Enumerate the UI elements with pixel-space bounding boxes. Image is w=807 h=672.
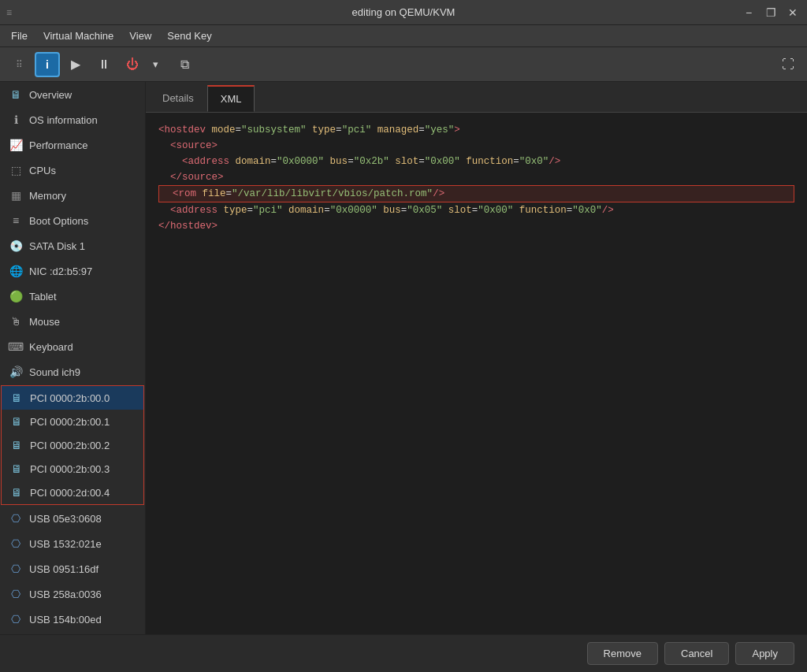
apply-button[interactable]: Apply bbox=[735, 642, 794, 665]
nic-icon: 🌐 bbox=[9, 264, 23, 278]
menu-view[interactable]: View bbox=[121, 27, 159, 45]
sidebar-item-memory[interactable]: ▦ Memory bbox=[0, 183, 145, 208]
boot-icon: ≡ bbox=[9, 213, 23, 228]
sidebar-label-memory: Memory bbox=[29, 190, 66, 202]
run-button[interactable]: ▶ bbox=[63, 52, 88, 77]
sidebar-label-usb-1: USB 1532:021e bbox=[29, 538, 102, 550]
xml-line-7: </hostdev> bbox=[158, 218, 794, 234]
tablet-icon: 🟢 bbox=[9, 289, 23, 303]
pci-icon-4: 🖥 bbox=[9, 485, 24, 499]
sidebar-item-pci-3[interactable]: 🖥 PCI 0000:2b:00.3 bbox=[2, 457, 143, 481]
sidebar-item-usb-0[interactable]: ⎔ USB 05e3:0608 bbox=[0, 506, 145, 531]
info-button[interactable]: i bbox=[35, 52, 60, 77]
minimize-button[interactable]: − bbox=[741, 5, 757, 20]
sidebar-label-sound: Sound ich9 bbox=[29, 366, 80, 378]
power-button[interactable]: ⏻ bbox=[120, 52, 145, 77]
sidebar-label-nic: NIC :d2:b5:97 bbox=[29, 265, 92, 277]
sidebar-label-usb-4: USB 154b:00ed bbox=[29, 614, 102, 626]
pause-button[interactable]: ⏸ bbox=[91, 52, 117, 77]
usb-icon-1: ⎔ bbox=[9, 536, 23, 551]
tab-xml[interactable]: XML bbox=[207, 85, 255, 112]
sidebar-item-pci-1[interactable]: 🖥 PCI 0000:2b:00.1 bbox=[2, 410, 143, 433]
pci-icon-0: 🖥 bbox=[9, 391, 24, 405]
bottom-bar: Remove Cancel Apply bbox=[0, 634, 807, 672]
sidebar-label-pci-4: PCI 0000:2d:00.4 bbox=[30, 487, 110, 499]
screenshot-button[interactable]: ⧉ bbox=[172, 52, 197, 77]
sidebar-item-disk[interactable]: 💿 SATA Disk 1 bbox=[0, 233, 145, 258]
sidebar-label-tablet: Tablet bbox=[29, 291, 57, 303]
toolbar: ⠿ i ▶ ⏸ ⏻ ▾ ⧉ ⛶ bbox=[0, 47, 807, 82]
pci-icon-3: 🖥 bbox=[9, 462, 24, 476]
toolbar-buttons: ⠿ i ▶ ⏸ ⏻ ▾ ⧉ bbox=[6, 52, 197, 77]
cpu-icon: ⬚ bbox=[9, 163, 23, 177]
sidebar-item-ctrl-usb[interactable]: ▪ Controller USB 0 bbox=[0, 632, 145, 634]
sidebar-item-sound[interactable]: 🔊 Sound ich9 bbox=[0, 359, 145, 384]
sidebar-item-usb-2[interactable]: ⎔ USB 0951:16df bbox=[0, 556, 145, 581]
os-icon: ℹ bbox=[9, 113, 23, 127]
sidebar: 🖥 Overview ℹ OS information 📈 Performanc… bbox=[0, 82, 146, 634]
restore-button[interactable]: ❐ bbox=[763, 5, 779, 20]
sidebar-item-os[interactable]: ℹ OS information bbox=[0, 107, 145, 132]
title-bar-left: ≡ bbox=[6, 7, 12, 18]
sidebar-item-pci-4[interactable]: 🖥 PCI 0000:2d:00.4 bbox=[2, 481, 143, 504]
app-menu-icon: ≡ bbox=[6, 7, 12, 18]
remove-button[interactable]: Remove bbox=[587, 642, 658, 665]
sidebar-label-os: OS information bbox=[29, 114, 98, 126]
usb-icon-3: ⎔ bbox=[9, 587, 23, 601]
expand-button[interactable]: ⛶ bbox=[775, 52, 801, 77]
menu-bar: File Virtual Machine View Send Key bbox=[0, 25, 807, 47]
xml-editor[interactable]: <hostdev mode="subsystem" type="pci" man… bbox=[146, 113, 807, 634]
sidebar-label-disk: SATA Disk 1 bbox=[29, 240, 85, 252]
sidebar-label-usb-2: USB 0951:16df bbox=[29, 563, 99, 575]
menu-send-key[interactable]: Send Key bbox=[159, 27, 219, 45]
power-dropdown-button[interactable]: ▾ bbox=[148, 52, 162, 77]
sidebar-label-usb-0: USB 05e3:0608 bbox=[29, 513, 102, 525]
sidebar-item-overview[interactable]: 🖥 Overview bbox=[0, 82, 145, 107]
sidebar-item-boot[interactable]: ≡ Boot Options bbox=[0, 208, 145, 233]
xml-line-6: <address type="pci" domain="0x0000" bus=… bbox=[158, 202, 794, 218]
mouse-icon: 🖱 bbox=[9, 314, 23, 329]
xml-line-3: <address domain="0x0000" bus="0x2b" slot… bbox=[158, 154, 794, 169]
sidebar-item-cpu[interactable]: ⬚ CPUs bbox=[0, 158, 145, 183]
sidebar-item-usb-1[interactable]: ⎔ USB 1532:021e bbox=[0, 531, 145, 556]
pci-icon-2: 🖥 bbox=[9, 438, 24, 452]
sidebar-label-keyboard: Keyboard bbox=[29, 341, 73, 353]
sidebar-label-pci-0: PCI 0000:2b:00.0 bbox=[30, 392, 110, 404]
sidebar-label-boot: Boot Options bbox=[29, 215, 88, 227]
sidebar-item-keyboard[interactable]: ⌨ Keyboard bbox=[0, 334, 145, 359]
close-button[interactable]: ✕ bbox=[785, 5, 801, 20]
sidebar-item-mouse[interactable]: 🖱 Mouse bbox=[0, 309, 145, 334]
sidebar-label-perf: Performance bbox=[29, 139, 87, 151]
sidebar-label-pci-1: PCI 0000:2b:00.1 bbox=[30, 416, 110, 428]
sidebar-label-pci-3: PCI 0000:2b:00.3 bbox=[30, 463, 110, 475]
sidebar-label-usb-3: USB 258a:0036 bbox=[29, 588, 102, 600]
xml-line-2: <source> bbox=[158, 138, 794, 154]
menu-virtual-machine[interactable]: Virtual Machine bbox=[35, 27, 121, 45]
memory-icon: ▦ bbox=[9, 188, 23, 202]
sidebar-item-pci-0[interactable]: 🖥 PCI 0000:2b:00.0 bbox=[2, 386, 143, 410]
drag-handle-button[interactable]: ⠿ bbox=[6, 52, 32, 77]
sidebar-label-mouse: Mouse bbox=[29, 316, 60, 328]
cancel-button[interactable]: Cancel bbox=[664, 642, 729, 665]
sidebar-item-pci-2[interactable]: 🖥 PCI 0000:2b:00.2 bbox=[2, 433, 143, 457]
sidebar-item-usb-3[interactable]: ⎔ USB 258a:0036 bbox=[0, 581, 145, 607]
usb-icon-4: ⎔ bbox=[9, 612, 23, 626]
title-bar: ≡ editing on QEMU/KVM − ❐ ✕ bbox=[0, 0, 807, 25]
sidebar-item-usb-4[interactable]: ⎔ USB 154b:00ed bbox=[0, 607, 145, 632]
sidebar-label-cpu: CPUs bbox=[29, 165, 56, 176]
tab-bar: Details XML bbox=[146, 82, 807, 113]
sidebar-label-overview: Overview bbox=[29, 89, 72, 101]
sidebar-item-perf[interactable]: 📈 Performance bbox=[0, 132, 145, 158]
keyboard-icon: ⌨ bbox=[9, 340, 23, 354]
sidebar-item-nic[interactable]: 🌐 NIC :d2:b5:97 bbox=[0, 258, 145, 284]
usb-icon-2: ⎔ bbox=[9, 562, 23, 576]
xml-line-4: </source> bbox=[158, 169, 794, 185]
xml-line-1: <hostdev mode="subsystem" type="pci" man… bbox=[158, 122, 794, 138]
tab-details[interactable]: Details bbox=[149, 85, 207, 112]
sidebar-label-pci-2: PCI 0000:2b:00.2 bbox=[30, 440, 110, 451]
monitor-icon: 🖥 bbox=[9, 87, 23, 102]
main-layout: 🖥 Overview ℹ OS information 📈 Performanc… bbox=[0, 82, 807, 634]
sidebar-item-tablet[interactable]: 🟢 Tablet bbox=[0, 284, 145, 309]
menu-file[interactable]: File bbox=[3, 27, 35, 45]
perf-icon: 📈 bbox=[9, 138, 23, 152]
